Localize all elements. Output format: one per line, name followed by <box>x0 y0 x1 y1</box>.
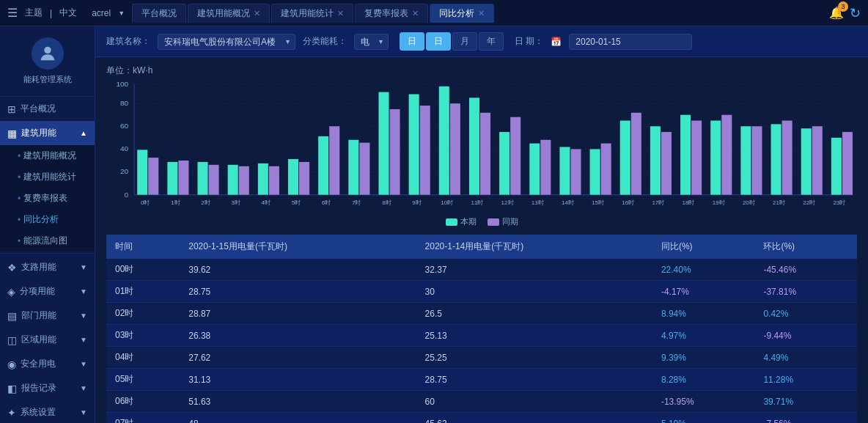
sidebar-item-region[interactable]: ◫ 区域用能 ▼ <box>0 328 95 352</box>
svg-text:0: 0 <box>125 191 129 199</box>
category-label: 分类能耗： <box>303 35 347 48</box>
cell-previous: 30 <box>416 281 652 303</box>
sidebar-sub-stats[interactable]: 建筑用能统计 <box>0 166 95 188</box>
svg-text:13时: 13时 <box>532 199 544 206</box>
sidebar-sub-yoy[interactable]: 同比分析 <box>0 209 95 230</box>
svg-text:8时: 8时 <box>382 199 391 206</box>
close-tab-2[interactable]: ✕ <box>337 9 344 18</box>
bar-prev-7 <box>359 143 369 195</box>
table-row: 02时 28.87 26.5 8.94% 0.42% <box>106 303 857 325</box>
tab-rate-report[interactable]: 复费率报表 ✕ <box>355 4 428 23</box>
btn-day-label[interactable]: 日 <box>426 32 451 51</box>
table-row: 00时 39.62 32.37 22.40% -45.46% <box>106 259 857 281</box>
sidebar-item-settings[interactable]: ✦ 系统设置 ▼ <box>0 400 95 423</box>
bar-current-8 <box>378 92 389 195</box>
cell-previous: 60 <box>416 391 652 413</box>
user-arrow[interactable]: ▼ <box>118 10 125 17</box>
tab-building-stats[interactable]: 建筑用能统计 ✕ <box>271 4 353 23</box>
chart-container: 0 20 40 60 80 100 0时 <box>106 81 857 213</box>
close-tab-3[interactable]: ✕ <box>412 9 419 18</box>
svg-text:5时: 5时 <box>292 199 301 206</box>
filter-bar: 建筑名称： 安科瑞电气股份有限公司A楼 分类能耗： 电 日 日 月 年 日 期：… <box>95 26 868 57</box>
bar-current-5 <box>288 159 298 195</box>
dept-icon: ▤ <box>7 310 17 322</box>
sidebar-item-platform[interactable]: ⊞ 平台概况 <box>0 97 95 121</box>
building-select[interactable]: 安科瑞电气股份有限公司A楼 <box>158 34 295 50</box>
bar-current-6 <box>318 136 328 195</box>
bar-current-16 <box>620 120 630 194</box>
cell-current: 51.63 <box>180 391 416 413</box>
bar-current-3 <box>228 165 238 195</box>
bar-prev-1 <box>178 161 188 195</box>
sidebar-item-report[interactable]: ◧ 报告记录 ▼ <box>0 376 95 400</box>
user-icon <box>37 43 58 64</box>
bar-current-11 <box>469 98 479 194</box>
cell-yoy: 8.94% <box>652 303 755 325</box>
region-arrow: ▼ <box>80 336 87 344</box>
sidebar-item-dept[interactable]: ▤ 部门用能 ▼ <box>0 304 95 328</box>
hamburger-icon[interactable]: ☰ <box>7 6 18 20</box>
system-title: 能耗管理系统 <box>23 74 72 85</box>
cell-time: 06时 <box>106 391 180 413</box>
bar-current-17 <box>650 126 661 194</box>
svg-text:11时: 11时 <box>471 199 483 206</box>
tab-yoy-analysis[interactable]: 同比分析 ✕ <box>430 4 494 23</box>
svg-text:6时: 6时 <box>322 199 331 206</box>
tab-building-overview[interactable]: 建筑用能概况 ✕ <box>188 4 270 23</box>
sidebar-label-building: 建筑用能 <box>21 127 56 139</box>
chart-area: 单位：kW·h 0 20 40 60 80 <box>95 57 868 235</box>
bar-prev-16 <box>631 113 641 195</box>
svg-point-0 <box>44 47 51 54</box>
bar-prev-23 <box>842 132 853 195</box>
cell-qoq: 11.28% <box>754 369 857 391</box>
refresh-icon[interactable]: ↻ <box>850 5 861 21</box>
cell-qoq: 39.71% <box>754 391 857 413</box>
sidebar-sub-energy-flow[interactable]: 能源流向图 <box>0 230 95 251</box>
bar-current-12 <box>499 132 510 195</box>
svg-text:4时: 4时 <box>262 199 271 206</box>
bar-prev-15 <box>601 144 611 195</box>
table-row: 06时 51.63 60 -13.95% 39.71% <box>106 391 857 413</box>
legend-current: 本期 <box>446 216 477 227</box>
sidebar-label-branch: 支路用能 <box>21 261 56 273</box>
category-select[interactable]: 电 <box>354 34 389 50</box>
svg-text:40: 40 <box>120 144 129 152</box>
date-input[interactable] <box>569 34 692 50</box>
svg-text:0时: 0时 <box>141 199 150 206</box>
bar-prev-19 <box>721 115 732 195</box>
cell-time: 00时 <box>106 259 180 281</box>
tab-platform[interactable]: 平台概况 <box>132 4 186 23</box>
sidebar-item-category[interactable]: ◈ 分项用能 ▼ <box>0 279 95 304</box>
btn-year[interactable]: 年 <box>479 32 504 51</box>
svg-text:22时: 22时 <box>803 199 815 206</box>
report-icon: ◧ <box>7 383 17 394</box>
branch-icon: ❖ <box>7 262 17 273</box>
sidebar-label-category: 分项用能 <box>20 285 55 298</box>
sidebar-item-building[interactable]: ▦ 建筑用能 ▲ <box>0 121 95 145</box>
close-tab-4[interactable]: ✕ <box>478 9 485 18</box>
region-icon: ◫ <box>7 334 17 346</box>
cell-yoy: 8.28% <box>652 369 755 391</box>
cell-yoy: 9.39% <box>652 347 755 369</box>
cell-qoq: -37.81% <box>754 281 857 303</box>
bar-current-18 <box>680 115 691 195</box>
cell-current: 48 <box>180 413 416 424</box>
bar-prev-17 <box>661 132 672 195</box>
btn-day[interactable]: 日 <box>400 32 424 51</box>
th-current: 2020-1-15用电量(千瓦时) <box>180 235 416 259</box>
cell-time: 07时 <box>106 413 180 424</box>
sidebar-item-safety[interactable]: ◉ 安全用电 ▼ <box>0 352 95 376</box>
btn-month[interactable]: 月 <box>452 32 477 51</box>
lang-separator: | <box>50 8 52 18</box>
sidebar-sub-overview[interactable]: 建筑用能概况 <box>0 145 95 166</box>
svg-text:18时: 18时 <box>683 199 695 206</box>
building-icon: ▦ <box>7 128 17 139</box>
bar-current-21 <box>771 124 781 194</box>
table-row: 03时 26.38 25.13 4.97% -9.44% <box>106 325 857 347</box>
close-tab-1[interactable]: ✕ <box>254 9 260 18</box>
top-nav: ☰ 主题 | 中文 acrel ▼ 平台概况 建筑用能概况 ✕ 建筑用能统计 ✕… <box>0 0 868 26</box>
sidebar-item-branch[interactable]: ❖ 支路用能 ▼ <box>0 255 95 279</box>
sidebar-sub-rate[interactable]: 复费率报表 <box>0 188 95 209</box>
bar-prev-11 <box>480 113 490 195</box>
settings-arrow: ▼ <box>80 408 87 416</box>
